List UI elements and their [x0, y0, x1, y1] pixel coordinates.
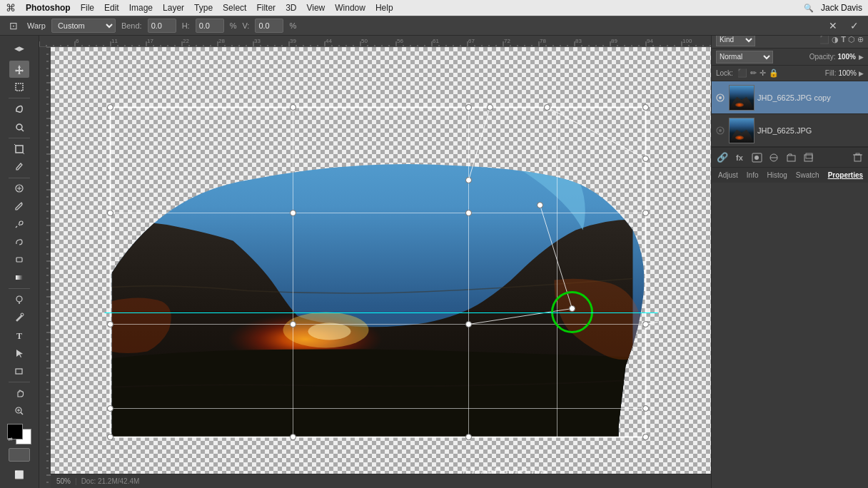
menu-filter[interactable]: Filter — [256, 3, 276, 13]
menu-edit[interactable]: Edit — [104, 3, 119, 13]
sub-panel-tabs: Adjust Info Histog Swatch Properties — — [712, 167, 868, 183]
sub-tab-adjust[interactable]: Adjust — [715, 170, 742, 181]
percent2-label: % — [289, 21, 296, 30]
h-value-input[interactable] — [196, 19, 224, 33]
search-icon[interactable]: 🔍 — [804, 4, 814, 13]
warp-icon[interactable]: ⊡ — [6, 18, 21, 34]
gradient-tool-button[interactable] — [9, 269, 29, 286]
healing-brush-tool-button[interactable] — [9, 180, 29, 197]
svg-point-49 — [642, 434, 648, 440]
layer-name: JHD_6625.JPG — [757, 126, 865, 135]
options-bar: ⊡ Warp Custom Arc Arc Lower Arc Upper Ar… — [0, 16, 868, 36]
lock-all-button[interactable]: 🔒 — [769, 68, 779, 78]
svg-point-52 — [290, 322, 296, 327]
quick-mask-button[interactable] — [9, 448, 30, 462]
menu-layer[interactable]: Layer — [163, 3, 184, 13]
commit-transform-button[interactable]: ✓ — [847, 18, 862, 34]
quick-select-tool-button[interactable] — [9, 118, 29, 136]
create-new-layer-button[interactable] — [802, 151, 814, 164]
v-value-input[interactable] — [255, 19, 283, 33]
svg-point-65 — [537, 203, 542, 208]
menu-view[interactable]: View — [306, 3, 325, 13]
layer-visibility-toggle[interactable] — [715, 92, 726, 103]
bend-value-input[interactable] — [148, 19, 176, 33]
svg-point-37 — [290, 105, 296, 111]
menu-help[interactable]: Help — [375, 3, 393, 13]
blend-mode-select[interactable]: Normal Dissolve Multiply Screen Overlay — [716, 51, 773, 63]
cancel-transform-button[interactable]: ✕ — [825, 18, 841, 34]
sub-tab-properties[interactable]: Properties — [824, 170, 867, 181]
layer-item[interactable]: JHD_6625.JPG copy — [712, 81, 868, 114]
type-tool-button[interactable]: T — [9, 327, 29, 344]
svg-point-73 — [755, 156, 759, 160]
panel-bottom-bar: 🔗 fx — [712, 147, 868, 167]
menu-image[interactable]: Image — [129, 3, 153, 13]
opacity-chevron-icon[interactable]: ▶ — [859, 54, 864, 61]
swap-colors-button[interactable]: ⇌ — [8, 436, 13, 442]
filter-adjustment-icon[interactable]: ◑ — [832, 35, 839, 44]
lock-image-pixels-button[interactable]: ✏ — [750, 68, 757, 78]
sub-tab-swatches[interactable]: Swatch — [792, 170, 823, 181]
rectangular-marquee-tool-button[interactable] — [9, 78, 29, 96]
move-tool-button[interactable] — [9, 61, 29, 78]
zoom-tool-button[interactable] — [9, 402, 29, 420]
tool-separator-4 — [9, 288, 30, 289]
menu-type[interactable]: Type — [194, 3, 213, 13]
add-layer-mask-button[interactable] — [750, 151, 763, 164]
lock-transparent-pixels-button[interactable]: ⬛ — [737, 68, 747, 78]
apple-logo-icon: ⌘ — [6, 2, 16, 14]
ps-canvas[interactable] — [104, 88, 657, 448]
svg-point-46 — [107, 434, 113, 440]
filter-smart-icon[interactable]: ⊕ — [857, 35, 864, 44]
eraser-tool-button[interactable] — [9, 251, 29, 268]
menu-select[interactable]: Select — [223, 3, 246, 13]
create-adjustment-button[interactable] — [767, 151, 780, 164]
link-layers-button[interactable]: 🔗 — [716, 151, 729, 164]
filter-type-icon[interactable]: T — [841, 35, 846, 44]
lasso-tool-button[interactable] — [9, 101, 29, 118]
delete-layer-button[interactable] — [851, 151, 864, 164]
history-brush-tool-button[interactable] — [9, 233, 29, 250]
sub-tab-histogram[interactable]: Histog — [763, 170, 790, 181]
lock-position-button[interactable]: ✛ — [760, 68, 766, 78]
layer-name: JHD_6625.JPG copy — [757, 93, 865, 102]
fill-chevron-icon[interactable]: ▶ — [859, 70, 864, 77]
shape-tool-button[interactable] — [9, 362, 29, 380]
dodge-tool-button[interactable] — [9, 291, 29, 308]
svg-line-57 — [547, 108, 645, 159]
filter-shape-icon[interactable]: ⬡ — [848, 35, 855, 44]
expand-tools-button[interactable]: ◀▶ — [9, 39, 29, 59]
menu-3d[interactable]: 3D — [286, 3, 296, 13]
brush-tool-button[interactable] — [9, 198, 29, 215]
sub-tab-info[interactable]: Info — [743, 170, 762, 181]
eyedropper-tool-button[interactable] — [9, 158, 29, 176]
svg-point-4 — [16, 124, 22, 130]
filter-pixel-icon[interactable]: ⬛ — [819, 35, 829, 44]
canvas-area: #JackDavisLive — [51, 47, 711, 488]
fill-label: Fill: — [825, 69, 837, 77]
warp-preset-select[interactable]: Custom Arc Arc Lower Arc Upper Arch Bulg… — [51, 19, 116, 33]
percent1-label: % — [230, 21, 237, 30]
pen-tool-button[interactable] — [9, 309, 29, 326]
menu-bar: ⌘ Photoshop File Edit Image Layer Type S… — [0, 0, 868, 16]
layer-visibility-toggle[interactable] — [715, 125, 726, 136]
screen-mode-button[interactable]: ⬜ — [9, 465, 29, 485]
hand-tool-button[interactable] — [9, 385, 29, 402]
create-group-button[interactable] — [784, 151, 797, 164]
bend-label: Bend: — [121, 21, 142, 30]
menu-window[interactable]: Window — [335, 3, 365, 13]
layer-item[interactable]: JHD_6625.JPG — [712, 114, 868, 147]
svg-point-47 — [290, 434, 296, 440]
tool-separator-5 — [9, 382, 30, 382]
svg-line-5 — [21, 129, 24, 131]
menu-file[interactable]: File — [81, 3, 94, 13]
layers-panel: ✕ Layr Styl Hist Path Acti Mini Cha ≡ Ki… — [711, 16, 868, 488]
opacity-label: Opacity: — [809, 53, 836, 61]
crop-tool-button[interactable] — [9, 141, 29, 158]
path-selection-tool-button[interactable] — [9, 345, 29, 362]
clone-stamp-tool-button[interactable] — [9, 215, 29, 233]
layers-list: JHD_6625.JPG copy JHD_6625.JPG — [712, 81, 868, 147]
add-layer-style-button[interactable]: fx — [733, 151, 746, 164]
toolbox: ◀▶ T — [0, 36, 39, 488]
svg-point-40 — [107, 210, 113, 216]
